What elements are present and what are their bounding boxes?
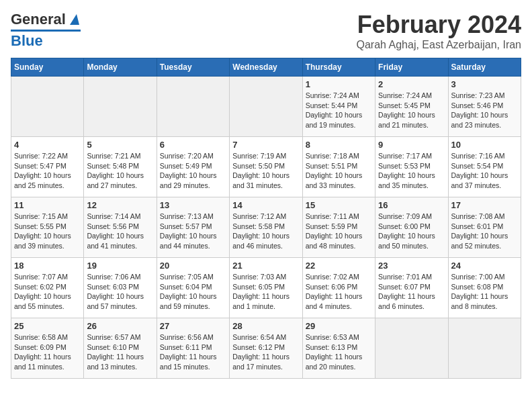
calendar-cell: 26Sunrise: 6:57 AMSunset: 6:10 PMDayligh… — [84, 318, 157, 379]
day-number: 10 — [451, 140, 518, 150]
calendar-cell: 22Sunrise: 7:02 AMSunset: 6:06 PMDayligh… — [302, 258, 375, 318]
day-detail: Sunrise: 7:01 AMSunset: 6:07 PMDaylight:… — [378, 272, 445, 312]
calendar-cell: 13Sunrise: 7:13 AMSunset: 5:57 PMDayligh… — [157, 197, 229, 258]
day-number: 8 — [306, 140, 372, 150]
day-detail: Sunrise: 7:13 AMSunset: 5:57 PMDaylight:… — [160, 212, 226, 251]
day-detail: Sunrise: 7:12 AMSunset: 5:58 PMDaylight:… — [232, 212, 299, 251]
week-row-4: 18Sunrise: 7:07 AMSunset: 6:02 PMDayligh… — [11, 258, 521, 318]
calendar-cell: 5Sunrise: 7:21 AMSunset: 5:48 PMDaylight… — [84, 137, 157, 197]
day-detail: Sunrise: 7:23 AMSunset: 5:46 PMDaylight:… — [451, 91, 518, 130]
day-number: 23 — [378, 261, 445, 271]
calendar-cell: 29Sunrise: 6:53 AMSunset: 6:13 PMDayligh… — [302, 318, 375, 379]
day-number: 5 — [87, 140, 153, 150]
day-number: 2 — [378, 79, 445, 89]
day-detail: Sunrise: 6:53 AMSunset: 6:13 PMDaylight:… — [306, 332, 372, 372]
calendar-cell: 9Sunrise: 7:17 AMSunset: 5:53 PMDaylight… — [375, 137, 448, 197]
day-detail: Sunrise: 7:15 AMSunset: 5:55 PMDaylight:… — [14, 212, 81, 251]
title-block: February 2024 Qarah Aghaj, East Azerbaij… — [357, 11, 521, 51]
calendar-header: SundayMondayTuesdayWednesdayThursdayFrid… — [11, 58, 521, 77]
day-detail: Sunrise: 6:56 AMSunset: 6:11 PMDaylight:… — [160, 332, 226, 372]
calendar-cell: 21Sunrise: 7:03 AMSunset: 6:05 PMDayligh… — [230, 258, 302, 318]
day-number: 16 — [378, 200, 445, 210]
day-detail: Sunrise: 7:24 AMSunset: 5:45 PMDaylight:… — [378, 91, 445, 130]
day-number: 17 — [451, 200, 518, 210]
day-detail: Sunrise: 7:09 AMSunset: 6:00 PMDaylight:… — [378, 212, 445, 251]
page-title: February 2024 — [357, 11, 521, 39]
calendar-cell: 7Sunrise: 7:19 AMSunset: 5:50 PMDaylight… — [230, 137, 302, 197]
day-number: 22 — [306, 261, 372, 271]
day-number: 14 — [232, 200, 299, 210]
page-header: General Blue February 2024 Qarah Aghaj, … — [11, 11, 521, 51]
day-detail: Sunrise: 6:54 AMSunset: 6:12 PMDaylight:… — [232, 332, 299, 372]
day-number: 20 — [160, 261, 226, 271]
page-subtitle: Qarah Aghaj, East Azerbaijan, Iran — [357, 39, 521, 51]
day-detail: Sunrise: 7:20 AMSunset: 5:49 PMDaylight:… — [160, 151, 226, 191]
calendar-cell: 6Sunrise: 7:20 AMSunset: 5:49 PMDaylight… — [157, 137, 229, 197]
calendar-cell: 28Sunrise: 6:54 AMSunset: 6:12 PMDayligh… — [230, 318, 302, 379]
calendar-cell: 20Sunrise: 7:05 AMSunset: 6:04 PMDayligh… — [157, 258, 229, 318]
week-row-2: 4Sunrise: 7:22 AMSunset: 5:47 PMDaylight… — [11, 137, 521, 197]
calendar-cell — [84, 77, 157, 137]
day-number: 7 — [232, 140, 299, 150]
day-number: 9 — [378, 140, 445, 150]
day-number: 25 — [14, 321, 81, 331]
calendar-cell: 14Sunrise: 7:12 AMSunset: 5:58 PMDayligh… — [230, 197, 302, 258]
calendar-cell: 19Sunrise: 7:06 AMSunset: 6:03 PMDayligh… — [84, 258, 157, 318]
day-number: 27 — [160, 321, 226, 331]
week-row-5: 25Sunrise: 6:58 AMSunset: 6:09 PMDayligh… — [11, 318, 521, 379]
day-number: 3 — [451, 79, 518, 89]
day-number: 19 — [87, 261, 153, 271]
calendar-cell: 18Sunrise: 7:07 AMSunset: 6:02 PMDayligh… — [11, 258, 84, 318]
day-detail: Sunrise: 7:16 AMSunset: 5:54 PMDaylight:… — [451, 151, 518, 191]
day-detail: Sunrise: 7:21 AMSunset: 5:48 PMDaylight:… — [87, 151, 153, 191]
calendar-cell: 1Sunrise: 7:24 AMSunset: 5:44 PMDaylight… — [302, 77, 375, 137]
day-detail: Sunrise: 7:00 AMSunset: 6:08 PMDaylight:… — [451, 272, 518, 312]
calendar-cell: 2Sunrise: 7:24 AMSunset: 5:45 PMDaylight… — [375, 77, 448, 137]
header-day-sunday: Sunday — [11, 58, 84, 77]
calendar-cell: 16Sunrise: 7:09 AMSunset: 6:00 PMDayligh… — [375, 197, 448, 258]
day-detail: Sunrise: 7:22 AMSunset: 5:47 PMDaylight:… — [14, 151, 81, 191]
day-number: 21 — [232, 261, 299, 271]
day-number: 29 — [306, 321, 372, 331]
day-detail: Sunrise: 7:03 AMSunset: 6:05 PMDaylight:… — [232, 272, 299, 312]
day-detail: Sunrise: 6:58 AMSunset: 6:09 PMDaylight:… — [14, 332, 81, 372]
calendar-cell — [448, 318, 521, 379]
day-number: 6 — [160, 140, 226, 150]
calendar-cell: 24Sunrise: 7:00 AMSunset: 6:08 PMDayligh… — [448, 258, 521, 318]
week-row-1: 1Sunrise: 7:24 AMSunset: 5:44 PMDaylight… — [11, 77, 521, 137]
day-number: 12 — [87, 200, 153, 210]
week-row-3: 11Sunrise: 7:15 AMSunset: 5:55 PMDayligh… — [11, 197, 521, 258]
day-number: 28 — [232, 321, 299, 331]
svg-marker-0 — [70, 14, 79, 25]
calendar-cell: 25Sunrise: 6:58 AMSunset: 6:09 PMDayligh… — [11, 318, 84, 379]
logo-blue: Blue — [11, 32, 43, 50]
day-detail: Sunrise: 7:05 AMSunset: 6:04 PMDaylight:… — [160, 272, 226, 312]
day-number: 26 — [87, 321, 153, 331]
calendar-table: SundayMondayTuesdayWednesdayThursdayFrid… — [11, 58, 521, 379]
header-day-saturday: Saturday — [448, 58, 521, 77]
day-number: 18 — [14, 261, 81, 271]
header-day-tuesday: Tuesday — [157, 58, 229, 77]
day-detail: Sunrise: 7:14 AMSunset: 5:56 PMDaylight:… — [87, 212, 153, 251]
header-day-friday: Friday — [375, 58, 448, 77]
day-number: 15 — [306, 200, 372, 210]
day-detail: Sunrise: 7:11 AMSunset: 5:59 PMDaylight:… — [306, 212, 372, 251]
day-number: 1 — [306, 79, 372, 89]
day-detail: Sunrise: 7:17 AMSunset: 5:53 PMDaylight:… — [378, 151, 445, 191]
calendar-cell: 10Sunrise: 7:16 AMSunset: 5:54 PMDayligh… — [448, 137, 521, 197]
day-number: 13 — [160, 200, 226, 210]
day-number: 4 — [14, 140, 81, 150]
day-detail: Sunrise: 7:24 AMSunset: 5:44 PMDaylight:… — [306, 91, 372, 130]
logo-divider — [11, 30, 81, 32]
calendar-cell: 15Sunrise: 7:11 AMSunset: 5:59 PMDayligh… — [302, 197, 375, 258]
day-detail: Sunrise: 6:57 AMSunset: 6:10 PMDaylight:… — [87, 332, 153, 372]
calendar-cell: 4Sunrise: 7:22 AMSunset: 5:47 PMDaylight… — [11, 137, 84, 197]
day-detail: Sunrise: 7:02 AMSunset: 6:06 PMDaylight:… — [306, 272, 372, 312]
header-day-monday: Monday — [84, 58, 157, 77]
calendar-cell — [157, 77, 229, 137]
calendar-cell — [11, 77, 84, 137]
calendar-cell: 8Sunrise: 7:18 AMSunset: 5:51 PMDaylight… — [302, 137, 375, 197]
calendar-cell: 12Sunrise: 7:14 AMSunset: 5:56 PMDayligh… — [84, 197, 157, 258]
calendar-cell: 23Sunrise: 7:01 AMSunset: 6:07 PMDayligh… — [375, 258, 448, 318]
day-detail: Sunrise: 7:19 AMSunset: 5:50 PMDaylight:… — [232, 151, 299, 191]
